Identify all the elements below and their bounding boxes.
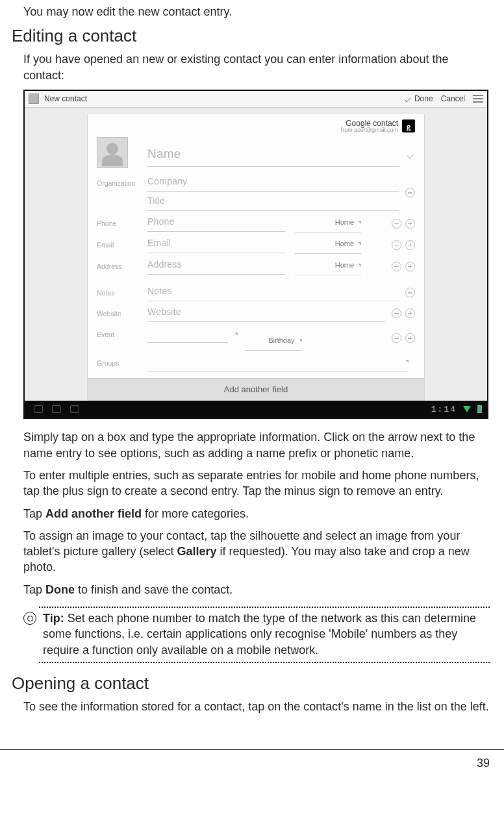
add-website-icon[interactable]	[405, 308, 415, 318]
contact-editor-screenshot: New contact Done Cancel Google contact f…	[23, 90, 488, 419]
cancel-button[interactable]: Cancel	[441, 94, 465, 104]
google-badge-icon: g	[402, 119, 415, 132]
wifi-icon	[463, 406, 471, 412]
address-input[interactable]: Address	[147, 255, 285, 275]
dotted-divider	[39, 607, 490, 608]
dropdown-icon	[299, 339, 302, 342]
dropdown-icon	[358, 242, 361, 245]
phone-input[interactable]: Phone	[147, 212, 285, 232]
clock-text: 1:14	[431, 404, 457, 416]
label-groups: Groups	[97, 352, 141, 368]
label-organization: Organization	[97, 172, 141, 188]
remove-org-icon[interactable]	[405, 188, 415, 197]
tip-icon	[23, 612, 36, 625]
done-label: Done	[414, 94, 433, 104]
add-address-icon[interactable]	[405, 262, 415, 271]
check-icon	[403, 95, 412, 103]
intro-text: You may now edit the new contact entry.	[23, 4, 490, 19]
remove-phone-icon[interactable]	[392, 219, 401, 229]
recents-icon[interactable]	[70, 405, 79, 413]
label-notes: Notes	[97, 282, 141, 297]
title-input[interactable]: Title	[147, 192, 399, 211]
p-tap-done: Tap Done to finish and save the contact.	[23, 582, 490, 597]
back-icon[interactable]	[34, 405, 43, 413]
remove-event-icon[interactable]	[392, 333, 401, 343]
page-footer: 39	[0, 749, 504, 771]
name-expand-icon[interactable]	[406, 151, 415, 160]
p-add-another-field: Tap Add another field for more categorie…	[23, 506, 490, 521]
remove-website-icon[interactable]	[392, 308, 401, 318]
heading-opening-contact: Opening a contact	[12, 672, 490, 695]
screen-title: New contact	[44, 94, 403, 104]
tip-text: Tip: Set each phone number to match the …	[43, 610, 490, 658]
company-input[interactable]: Company	[147, 172, 399, 192]
account-row: Google contact from acer@gmail.com g	[97, 119, 415, 133]
event-date-input[interactable]	[147, 323, 228, 343]
event-type-select[interactable]: Birthday	[245, 331, 302, 351]
home-icon[interactable]	[52, 405, 61, 413]
name-input[interactable]: Name	[147, 141, 399, 167]
label-website: Website	[97, 303, 141, 318]
overflow-menu-icon[interactable]	[473, 95, 483, 103]
remove-notes-icon[interactable]	[405, 288, 415, 297]
system-navbar: 1:14	[25, 401, 487, 418]
contact-photo-placeholder[interactable]	[97, 137, 128, 168]
groups-select[interactable]	[147, 352, 409, 371]
done-button[interactable]: Done	[403, 94, 433, 104]
p-open-contact: To see the information stored for a cont…	[23, 699, 490, 714]
remove-email-icon[interactable]	[392, 240, 401, 250]
label-phone: Phone	[97, 212, 141, 228]
p-simply-tap: Simply tap on a box and type the appropr…	[23, 429, 490, 461]
add-another-field-button[interactable]: Add another field	[88, 378, 424, 401]
p-multiple-entries: To enter multiple entries, such as separ…	[23, 468, 490, 499]
edit-intro-text: If you have opened an new or existing co…	[23, 51, 490, 83]
p-assign-image: To assign an image to your contact, tap …	[23, 528, 490, 575]
add-email-icon[interactable]	[405, 240, 415, 250]
dotted-divider	[39, 662, 490, 663]
notes-input[interactable]: Notes	[147, 282, 399, 301]
tip-box: Tip: Set each phone number to match the …	[23, 607, 490, 663]
dropdown-icon	[405, 360, 409, 363]
label-address: Address	[97, 255, 141, 271]
account-email-label: from acer@gmail.com	[341, 127, 398, 133]
remove-address-icon[interactable]	[392, 262, 401, 271]
website-input[interactable]: Website	[147, 303, 385, 322]
dropdown-icon	[358, 264, 361, 267]
address-type-select[interactable]: Home	[295, 256, 361, 275]
battery-icon	[477, 405, 482, 413]
heading-editing-contact: Editing a contact	[12, 25, 490, 47]
contact-card-icon	[29, 94, 39, 104]
phone-type-select[interactable]: Home	[295, 213, 361, 232]
label-email: Email	[97, 234, 141, 249]
dropdown-icon	[358, 221, 361, 224]
label-event: Event	[97, 323, 141, 339]
email-input[interactable]: Email	[147, 234, 285, 253]
dropdown-icon	[234, 332, 238, 345]
add-phone-icon[interactable]	[405, 219, 415, 229]
contact-form-card: Google contact from acer@gmail.com g Nam…	[87, 114, 425, 401]
page-number: 39	[477, 757, 490, 770]
email-type-select[interactable]: Home	[295, 234, 361, 254]
screenshot-topbar: New contact Done Cancel	[25, 91, 487, 108]
add-event-icon[interactable]	[405, 333, 415, 343]
screenshot-body: Google contact from acer@gmail.com g Nam…	[25, 108, 487, 401]
